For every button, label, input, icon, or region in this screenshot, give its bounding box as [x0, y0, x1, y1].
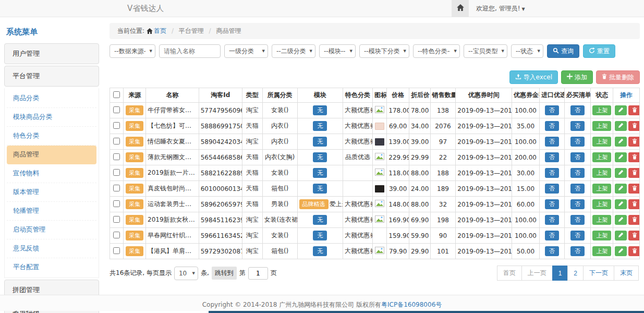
delete-button[interactable]: [628, 184, 639, 194]
sidebar-item[interactable]: 模块商品分类: [7, 108, 96, 127]
row-checkbox[interactable]: [113, 153, 120, 160]
status-badge[interactable]: 上架: [592, 184, 611, 194]
import-toggle-badge[interactable]: 否: [545, 105, 559, 115]
edit-button[interactable]: [615, 246, 627, 256]
edit-button[interactable]: [615, 105, 627, 115]
must-buy-toggle-badge[interactable]: 否: [570, 105, 585, 115]
delete-button[interactable]: [628, 105, 639, 115]
import-toggle-badge[interactable]: 否: [545, 184, 559, 194]
delete-button[interactable]: [628, 137, 639, 147]
sidebar-item[interactable]: 商品管理: [7, 146, 96, 164]
level1-category-select[interactable]: 一级分类: [224, 44, 268, 58]
must-buy-toggle-badge[interactable]: 否: [570, 184, 585, 194]
status-badge[interactable]: 上架: [592, 121, 611, 131]
import-toggle-badge[interactable]: 否: [545, 137, 559, 147]
module-select[interactable]: --模块--: [319, 44, 356, 58]
row-checkbox[interactable]: [113, 169, 120, 176]
delete-button[interactable]: [628, 152, 639, 162]
status-badge[interactable]: 上架: [592, 199, 611, 209]
status-badge[interactable]: 上架: [592, 152, 611, 162]
edit-button[interactable]: [615, 152, 627, 162]
row-checkbox[interactable]: [113, 232, 120, 238]
user-menu[interactable]: 欢迎您, 管理员!▼: [469, 4, 532, 13]
icp-link[interactable]: 粤ICP备16098006号: [381, 301, 442, 308]
per-page-select[interactable]: 10: [174, 267, 198, 280]
delete-button[interactable]: [628, 246, 639, 256]
import-toggle-badge[interactable]: 否: [545, 168, 559, 178]
batch-delete-button[interactable]: 批量删除: [596, 70, 640, 84]
edit-button[interactable]: [615, 184, 627, 194]
sidebar-item[interactable]: 特色分类: [7, 127, 96, 146]
import-toggle-badge[interactable]: 否: [545, 152, 559, 162]
page-button[interactable]: 2: [567, 266, 584, 281]
import-excel-button[interactable]: 导入excel: [509, 70, 558, 84]
delete-button[interactable]: [628, 168, 639, 178]
sidebar-group[interactable]: 用户管理: [4, 43, 99, 64]
status-badge[interactable]: 上架: [592, 231, 611, 240]
row-checkbox[interactable]: [113, 185, 120, 191]
edit-button[interactable]: [615, 231, 627, 240]
jump-button[interactable]: 跳转到: [212, 267, 237, 280]
jump-page-input[interactable]: [248, 267, 268, 280]
reset-button[interactable]: 重置: [583, 44, 615, 58]
row-checkbox[interactable]: [113, 122, 120, 129]
status-badge[interactable]: 上架: [592, 215, 611, 225]
must-buy-toggle-badge[interactable]: 否: [570, 152, 585, 162]
row-checkbox[interactable]: [113, 138, 120, 145]
home-button[interactable]: [452, 0, 469, 17]
row-checkbox[interactable]: [113, 216, 120, 223]
sidebar-item[interactable]: 商品分类: [7, 89, 96, 108]
edit-button[interactable]: [615, 199, 627, 209]
select-all-checkbox[interactable]: [113, 91, 120, 98]
must-buy-toggle-badge[interactable]: 否: [570, 246, 585, 256]
row-checkbox[interactable]: [113, 200, 120, 207]
must-buy-toggle-badge[interactable]: 否: [570, 121, 585, 131]
edit-button[interactable]: [615, 215, 627, 225]
status-badge[interactable]: 上架: [592, 246, 611, 256]
must-buy-toggle-badge[interactable]: 否: [570, 231, 585, 240]
sidebar-group[interactable]: 平台管理: [4, 66, 99, 87]
delete-button[interactable]: [628, 121, 639, 131]
import-toggle-badge[interactable]: 否: [545, 215, 559, 225]
page-button[interactable]: 首页: [497, 266, 522, 281]
delete-button[interactable]: [628, 215, 639, 225]
page-button[interactable]: 下一页: [583, 266, 614, 281]
delete-button[interactable]: [628, 231, 639, 240]
sidebar-item[interactable]: 宣传物料: [7, 164, 96, 183]
feature-category-select[interactable]: --特色分类--: [413, 44, 460, 58]
sidebar-item[interactable]: 意见反馈: [7, 239, 96, 258]
page-button[interactable]: 1: [552, 266, 568, 281]
status-badge[interactable]: 上架: [592, 105, 611, 115]
must-buy-toggle-badge[interactable]: 否: [570, 199, 585, 209]
breadcrumb-home-link[interactable]: 首页: [154, 27, 166, 34]
search-button[interactable]: 查询: [547, 44, 579, 58]
name-input[interactable]: [159, 44, 221, 58]
item-type-select[interactable]: --宝贝类型--: [464, 44, 507, 58]
import-toggle-badge[interactable]: 否: [545, 231, 559, 240]
import-toggle-badge[interactable]: 否: [545, 199, 559, 209]
edit-button[interactable]: [615, 121, 627, 131]
status-badge[interactable]: 上架: [592, 168, 611, 178]
edit-button[interactable]: [615, 137, 627, 147]
level2-category-select[interactable]: --二级分类--: [272, 44, 315, 58]
status-select[interactable]: --状态--: [511, 44, 543, 58]
delete-button[interactable]: [628, 199, 639, 209]
must-buy-toggle-badge[interactable]: 否: [570, 168, 585, 178]
data-source-select[interactable]: --数据来源--: [110, 44, 155, 58]
sidebar-item[interactable]: 轮播管理: [7, 202, 96, 221]
must-buy-toggle-badge[interactable]: 否: [570, 215, 585, 225]
page-button[interactable]: 末页: [614, 266, 639, 281]
add-button[interactable]: 添加: [561, 70, 593, 84]
status-badge[interactable]: 上架: [592, 137, 611, 147]
import-toggle-badge[interactable]: 否: [545, 246, 559, 256]
import-toggle-badge[interactable]: 否: [545, 121, 559, 131]
edit-button[interactable]: [615, 168, 627, 178]
row-checkbox[interactable]: [113, 106, 120, 113]
sidebar-item[interactable]: 版本管理: [7, 183, 96, 202]
sidebar-item[interactable]: 启动页管理: [7, 221, 96, 239]
row-checkbox[interactable]: [113, 247, 120, 254]
sidebar-item[interactable]: 平台配置: [7, 258, 96, 276]
page-button[interactable]: 上一页: [521, 266, 553, 281]
must-buy-toggle-badge[interactable]: 否: [570, 137, 585, 147]
module-sub-category-select[interactable]: --模块下分类--: [359, 44, 409, 58]
